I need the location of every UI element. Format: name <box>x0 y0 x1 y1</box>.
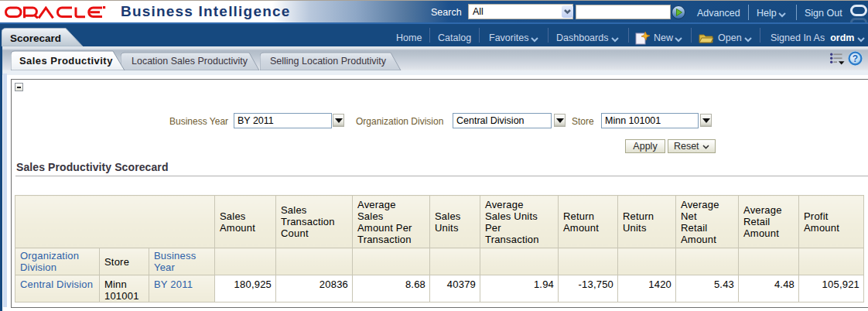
svg-text:?: ? <box>853 53 858 64</box>
